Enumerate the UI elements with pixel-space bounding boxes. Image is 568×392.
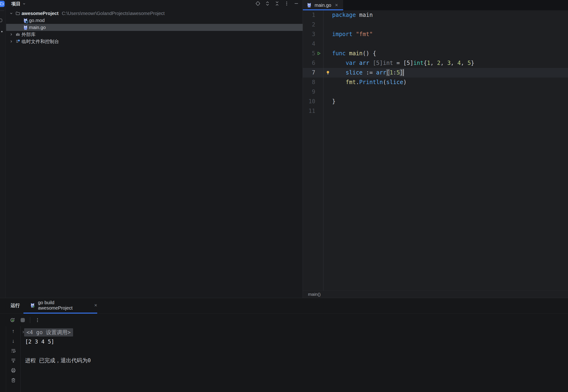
code-line-1[interactable]: 1package main — [303, 10, 568, 20]
line-number: 8 — [303, 78, 315, 87]
more-options-icon[interactable] — [34, 317, 41, 323]
folded-command-text[interactable]: <4 go 设置调用> — [24, 328, 73, 336]
code-text — [324, 106, 568, 116]
code-line-3[interactable]: 3import "fmt" — [303, 29, 568, 39]
line-number: 6 — [303, 58, 315, 68]
text-cursor — [403, 69, 404, 76]
line-number: 10 — [303, 97, 315, 106]
project-tree: awesomeProjectC:\Users\meowr\GolandProje… — [6, 10, 303, 45]
breadcrumb[interactable]: main() — [303, 291, 568, 298]
go-file-icon — [23, 25, 28, 30]
hide-panel-icon[interactable] — [293, 0, 299, 7]
run-tab-label: go build awesomeProject — [38, 300, 90, 311]
tab-go-build-awesomeproject[interactable]: go build awesomeProject × — [23, 298, 97, 313]
code-line-4[interactable]: 4 — [303, 39, 568, 49]
console-fold-line[interactable]: <4 go 设置调用> — [21, 328, 568, 337]
tree-item-label: main.go — [29, 25, 46, 30]
tree-item[interactable]: go.mod — [6, 17, 303, 24]
code-text: slice := arr[1:5] — [324, 68, 568, 78]
code-text — [324, 87, 568, 97]
console-toolbar: ↑ ↓ — [6, 326, 21, 392]
run-panel-body: ↑ ↓ <4 go 设置调 — [0, 326, 568, 392]
code-line-8[interactable]: 8 fmt.Println(slice) — [303, 78, 568, 87]
tree-item-text: awesomeProjectC:\Users\meowr\GolandProje… — [22, 10, 165, 17]
run-icon[interactable] — [316, 51, 321, 56]
folder-icon — [0, 2, 4, 6]
chevron-right-icon[interactable] — [9, 40, 13, 43]
tree-item[interactable]: main.go — [6, 24, 303, 31]
project-panel-title[interactable]: 项目 — [11, 1, 21, 7]
more-tool-windows-dot[interactable] — [1, 31, 2, 32]
tree-item[interactable]: 临时文件和控制台 — [6, 38, 303, 45]
secondary-tool-window-icon[interactable] — [0, 19, 2, 22]
tree-item-label: 临时文件和控制台 — [22, 38, 59, 45]
code-editor[interactable]: 1package main23import "fmt"45func main()… — [303, 10, 568, 291]
project-panel-toolbar — [255, 0, 299, 7]
tree-item[interactable]: 外部库 — [6, 31, 303, 38]
expand-all-icon[interactable] — [264, 0, 270, 7]
stdout-text: [2 3 4 5] — [25, 339, 54, 345]
library-icon — [15, 32, 20, 37]
locate-icon[interactable] — [255, 0, 261, 7]
scroll-to-end-icon[interactable] — [10, 358, 16, 364]
tree-item-path: C:\Users\meowr\GolandProjects\awesomePro… — [62, 11, 165, 16]
code-line-10[interactable]: 10} — [303, 97, 568, 106]
close-icon[interactable]: × — [335, 2, 338, 8]
go-mod-icon — [23, 18, 28, 23]
tool-window-stripe — [0, 0, 6, 298]
code-text — [324, 39, 568, 49]
chevron-right-icon[interactable] — [9, 33, 13, 36]
line-number: 3 — [303, 29, 315, 39]
tree-item-label: awesomeProject — [22, 11, 58, 16]
code-line-5[interactable]: 5func main() { — [303, 49, 568, 58]
close-icon[interactable]: × — [94, 302, 97, 308]
run-panel-header: 运行 go build awesomeProject × — [0, 298, 568, 314]
exit-code: 0 — [88, 357, 91, 364]
project-panel: 项目 awesomeProjectC:\Users\meowr\GolandPr… — [6, 0, 303, 298]
chevron-down-icon[interactable] — [9, 12, 13, 15]
line-number: 2 — [303, 20, 315, 29]
tree-item-text: 外部库 — [22, 31, 36, 38]
code-text: fmt.Println(slice) — [324, 78, 568, 87]
code-text — [324, 20, 568, 29]
editor-tab-bar: main.go × — [303, 0, 568, 10]
up-stack-icon[interactable]: ↑ — [10, 328, 16, 334]
rerun-icon[interactable] — [9, 317, 15, 323]
scratch-icon — [15, 39, 20, 44]
breadcrumb-item[interactable]: main() — [308, 292, 321, 297]
code-text: } — [324, 97, 568, 106]
project-tool-window-button[interactable] — [0, 1, 5, 7]
code-line-6[interactable]: 6 var arr [5]int = [5]int{1, 2, 3, 4, 5} — [303, 58, 568, 68]
intention-bulb-icon[interactable] — [326, 70, 330, 75]
line-number: 11 — [303, 106, 315, 116]
code-line-9[interactable]: 9 — [303, 87, 568, 97]
line-number: 5 — [303, 49, 315, 58]
tree-item-text: 临时文件和控制台 — [22, 38, 59, 45]
console-blank-line — [21, 346, 568, 356]
tab-label: main.go — [314, 2, 331, 8]
folder-icon — [15, 11, 20, 16]
line-number: 7 — [303, 68, 315, 78]
tab-main-go[interactable]: main.go × — [303, 0, 343, 10]
tree-item-label: go.mod — [29, 18, 45, 23]
soft-wrap-icon[interactable] — [10, 348, 16, 354]
toolbar-divider — [30, 317, 30, 323]
exit-message: 进程 已完成，退出代码为 — [25, 357, 88, 364]
code-text: var arr [5]int = [5]int{1, 2, 3, 4, 5} — [324, 58, 568, 68]
tree-item[interactable]: awesomeProjectC:\Users\meowr\GolandProje… — [6, 10, 303, 17]
clear-all-icon[interactable] — [10, 377, 16, 383]
code-line-11[interactable]: 11 — [303, 106, 568, 116]
chevron-right-icon[interactable] — [21, 330, 25, 334]
code-line-7[interactable]: 7 slice := arr[1:5] — [303, 68, 568, 78]
down-stack-icon[interactable]: ↓ — [10, 338, 16, 344]
run-panel-title[interactable]: 运行 — [11, 298, 20, 313]
code-line-2[interactable]: 2 — [303, 20, 568, 29]
console-output[interactable]: <4 go 设置调用>[2 3 4 5]进程 已完成，退出代码为0 — [21, 326, 568, 392]
more-options-icon[interactable] — [284, 0, 290, 7]
collapse-all-icon[interactable] — [274, 0, 280, 7]
print-icon[interactable] — [10, 367, 16, 374]
tree-item-text: main.go — [29, 24, 46, 31]
chevron-down-icon[interactable] — [23, 2, 26, 5]
stop-icon[interactable] — [20, 317, 26, 323]
line-number: 9 — [303, 87, 315, 97]
